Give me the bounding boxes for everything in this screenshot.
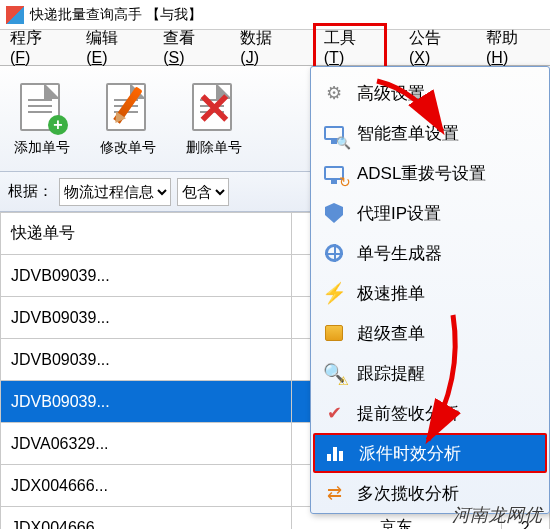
cell-tracking-no: JDVB09039... (1, 297, 292, 339)
app-icon (6, 6, 24, 24)
dropdown-item-label: 极速推单 (357, 282, 425, 305)
cell-tracking-no: JDVB09039... (1, 339, 292, 381)
cell-tracking-no: JDVA06329... (1, 423, 292, 465)
menubar: 程序(F) 编辑(E) 查看(S) 数据(J) 工具(T) 公告(X) 帮助(H… (0, 30, 550, 66)
gear-icon: ⚙ (323, 82, 345, 104)
menu-program[interactable]: 程序(F) (8, 24, 64, 71)
bars-icon (325, 442, 347, 464)
window-title: 快递批量查询高手 【与我】 (30, 6, 202, 24)
dropdown-item[interactable]: 单号生成器 (313, 233, 547, 273)
menu-view[interactable]: 查看(S) (161, 24, 218, 71)
document-plus-icon: + (18, 81, 66, 133)
watermark: 河南龙网优 (452, 503, 542, 527)
dropdown-item-label: 多次揽收分析 (357, 482, 459, 505)
delete-label: 删除单号 (186, 139, 242, 157)
dropdown-item[interactable]: 派件时效分析 (313, 433, 547, 473)
operator-select[interactable]: 包含 (177, 178, 229, 206)
cell-tracking-no: JDVB09039... (1, 255, 292, 297)
bolt-icon: ⚡ (323, 282, 345, 304)
dropdown-item[interactable]: 超级查单 (313, 313, 547, 353)
dropdown-item[interactable]: 🔍智能查单设置 (313, 113, 547, 153)
wheel-icon (323, 242, 345, 264)
dropdown-item-label: 代理IP设置 (357, 202, 441, 225)
document-pencil-icon (104, 81, 152, 133)
menu-edit[interactable]: 编辑(E) (84, 24, 141, 71)
cell-tracking-no: JDVB09039... (1, 381, 292, 423)
cell-tracking-no: JDX004666... (1, 507, 292, 530)
document-x-icon: ✕ (190, 81, 238, 133)
dropdown-item[interactable]: 🔍⚠跟踪提醒 (313, 353, 547, 393)
presign-icon: ✔ (323, 402, 345, 424)
magnify-warn-icon: 🔍⚠ (323, 362, 345, 384)
delete-button[interactable]: ✕ 删除单号 (182, 77, 246, 161)
add-label: 添加单号 (14, 139, 70, 157)
swap-icon: ⇄ (323, 482, 345, 504)
menu-announce[interactable]: 公告(X) (407, 24, 464, 71)
dropdown-item[interactable]: ↻ADSL重拨号设置 (313, 153, 547, 193)
shield-icon (323, 202, 345, 224)
dropdown-item-label: 派件时效分析 (359, 442, 461, 465)
menu-help[interactable]: 帮助(H) (484, 24, 542, 71)
col-tracking-no[interactable]: 快递单号 (1, 213, 292, 255)
tools-dropdown: ⚙高级设置🔍智能查单设置↻ADSL重拨号设置代理IP设置单号生成器⚡极速推单超级… (310, 66, 550, 514)
stack-icon (323, 322, 345, 344)
dropdown-item[interactable]: 代理IP设置 (313, 193, 547, 233)
dropdown-item-label: 跟踪提醒 (357, 362, 425, 385)
dropdown-item-label: ADSL重拨号设置 (357, 162, 486, 185)
dropdown-item[interactable]: ✔提前签收分析 (313, 393, 547, 433)
dropdown-item[interactable]: ⚙高级设置 (313, 73, 547, 113)
edit-label: 修改单号 (100, 139, 156, 157)
add-button[interactable]: + 添加单号 (10, 77, 74, 161)
dropdown-item-label: 智能查单设置 (357, 122, 459, 145)
dropdown-item-label: 高级设置 (357, 82, 425, 105)
cell-tracking-no: JDX004666... (1, 465, 292, 507)
basis-label: 根据： (8, 182, 53, 201)
monitor-redo-icon: ↻ (323, 162, 345, 184)
dropdown-item-label: 单号生成器 (357, 242, 442, 265)
dropdown-item-label: 超级查单 (357, 322, 425, 345)
menu-tools[interactable]: 工具(T) (313, 23, 387, 72)
menu-data[interactable]: 数据(J) (238, 24, 292, 71)
monitor-search-icon: 🔍 (323, 122, 345, 144)
field-select[interactable]: 物流过程信息 (59, 178, 171, 206)
dropdown-item-label: 提前签收分析 (357, 402, 459, 425)
dropdown-item[interactable]: ⚡极速推单 (313, 273, 547, 313)
edit-button[interactable]: 修改单号 (96, 77, 160, 161)
